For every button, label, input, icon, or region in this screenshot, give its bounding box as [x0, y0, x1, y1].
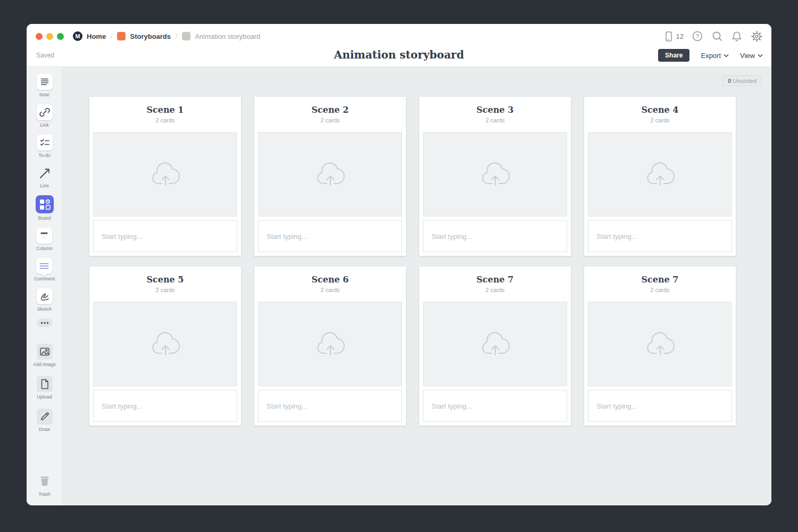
storyboards-board-icon[interactable]	[117, 32, 126, 40]
tool-comment[interactable]: Comment	[34, 258, 55, 281]
scene-text-input[interactable]: Start typing...	[93, 220, 237, 252]
unsorted-label: Unsorted	[733, 78, 757, 84]
scene-title: Scene 6	[254, 275, 406, 285]
scene-card-grid: Scene 1 2 cards Start typing...	[89, 97, 736, 426]
tool-board-active[interactable]: Board	[36, 195, 54, 221]
gear-icon	[751, 30, 763, 43]
minimize-window-button[interactable]	[46, 33, 53, 40]
more-dots-icon	[37, 319, 53, 327]
tool-label: To-do	[38, 153, 51, 158]
tool-todo[interactable]: To-do	[37, 135, 53, 158]
tool-draw[interactable]: Draw	[37, 409, 53, 432]
scene-card[interactable]: Scene 6 2 cards Start typing...	[254, 267, 406, 426]
cloud-upload-icon	[148, 160, 182, 189]
scene-title: Scene 4	[584, 105, 736, 115]
milanote-logo-icon[interactable]: M	[73, 31, 82, 41]
device-count: 12	[676, 32, 684, 40]
tool-upload[interactable]: Upload	[37, 376, 53, 400]
tool-sketch[interactable]: Sketch	[37, 288, 53, 312]
scene-card-count: 2 cards	[89, 117, 241, 123]
help-button[interactable]: ?	[692, 30, 703, 42]
app-window: M Home / Storyboards / Animation storybo…	[27, 24, 771, 505]
tool-label: Trash	[38, 492, 51, 497]
cloud-upload-icon	[643, 330, 677, 359]
image-dropzone[interactable]	[588, 302, 732, 386]
view-menu-label: View	[740, 52, 755, 60]
zoom-window-button[interactable]	[57, 33, 64, 40]
window-body: Note Link	[27, 67, 771, 505]
scene-card-count: 2 cards	[584, 287, 736, 293]
scene-text-input[interactable]: Start typing...	[423, 220, 567, 252]
scene-title: Scene 7	[419, 275, 571, 285]
scene-text-input[interactable]: Start typing...	[258, 390, 402, 422]
image-dropzone[interactable]	[423, 302, 567, 386]
notifications-button[interactable]	[731, 30, 743, 42]
scene-text-input[interactable]: Start typing...	[588, 220, 732, 252]
tool-column[interactable]: Column	[36, 228, 53, 251]
scene-card[interactable]: Scene 1 2 cards Start typing...	[89, 97, 241, 256]
view-menu-button[interactable]: View	[740, 52, 763, 60]
tool-label: Draw	[39, 427, 50, 432]
scene-card[interactable]: Scene 7 2 cards Start typing...	[419, 267, 571, 426]
trash-icon	[37, 473, 53, 489]
mobile-device-button[interactable]: 12	[663, 30, 684, 42]
tool-note[interactable]: Note	[37, 74, 53, 97]
scene-card[interactable]: Scene 7 2 cards Start typing...	[584, 267, 736, 426]
share-button[interactable]: Share	[658, 49, 689, 62]
tool-line[interactable]: Line	[37, 165, 53, 188]
image-dropzone[interactable]	[423, 132, 567, 217]
scene-text-input[interactable]: Start typing...	[588, 390, 732, 422]
settings-button[interactable]	[751, 30, 763, 43]
note-icon	[37, 74, 53, 90]
tool-label: Upload	[37, 394, 52, 400]
tool-label: Add image	[33, 362, 56, 367]
scene-text-input[interactable]: Start typing...	[423, 390, 567, 422]
scene-card[interactable]: Scene 4 2 cards Start typing...	[584, 97, 736, 256]
scene-text-input[interactable]: Start typing...	[93, 390, 237, 422]
add-image-icon	[37, 344, 53, 360]
upload-file-icon	[37, 376, 53, 392]
scene-card[interactable]: Scene 5 2 cards Start typing...	[89, 267, 241, 426]
draw-pencil-icon	[37, 409, 53, 425]
search-button[interactable]	[711, 30, 723, 42]
unsorted-badge[interactable]: 0Unsorted	[722, 76, 762, 86]
board-canvas[interactable]: 0Unsorted Scene 1 2 cards	[63, 67, 771, 505]
scene-title: Scene 5	[89, 275, 241, 285]
export-menu-button[interactable]: Export	[701, 52, 729, 60]
cloud-upload-icon	[313, 330, 347, 359]
bell-icon	[731, 30, 743, 42]
tool-sidebar: Note Link	[27, 67, 63, 505]
svg-text:?: ?	[696, 33, 699, 39]
sketch-icon	[37, 288, 53, 304]
scene-card-count: 2 cards	[89, 287, 241, 293]
cloud-upload-icon	[313, 160, 347, 189]
help-icon: ?	[692, 30, 703, 42]
comment-icon	[36, 258, 52, 274]
tool-label: Comment	[34, 276, 55, 281]
breadcrumb-separator: /	[176, 32, 177, 40]
scene-card-count: 2 cards	[419, 287, 571, 293]
image-dropzone[interactable]	[93, 132, 237, 217]
header-actions: Share Export View	[658, 49, 763, 62]
tool-link[interactable]: Link	[37, 104, 53, 128]
scene-card[interactable]: Scene 3 2 cards Start typing...	[419, 97, 571, 256]
chevron-down-icon	[724, 54, 729, 57]
scene-card-count: 2 cards	[254, 287, 406, 293]
tool-more[interactable]	[37, 319, 53, 330]
image-dropzone[interactable]	[258, 302, 402, 386]
breadcrumb-home[interactable]: Home	[87, 32, 106, 40]
image-dropzone[interactable]	[258, 132, 402, 217]
breadcrumb-storyboards[interactable]: Storyboards	[130, 32, 171, 40]
scene-card[interactable]: Scene 2 2 cards Start typing...	[254, 97, 406, 256]
cloud-upload-icon	[478, 330, 512, 359]
tool-trash[interactable]: Trash	[37, 473, 53, 497]
search-icon	[711, 30, 723, 42]
tool-label: Line	[40, 183, 49, 188]
image-dropzone[interactable]	[93, 302, 237, 386]
tool-add-image[interactable]: Add image	[33, 344, 56, 367]
scene-text-input[interactable]: Start typing...	[258, 220, 402, 252]
close-window-button[interactable]	[36, 33, 43, 40]
image-dropzone[interactable]	[588, 132, 732, 217]
mobile-device-icon	[663, 30, 674, 42]
scene-title: Scene 1	[89, 105, 241, 115]
